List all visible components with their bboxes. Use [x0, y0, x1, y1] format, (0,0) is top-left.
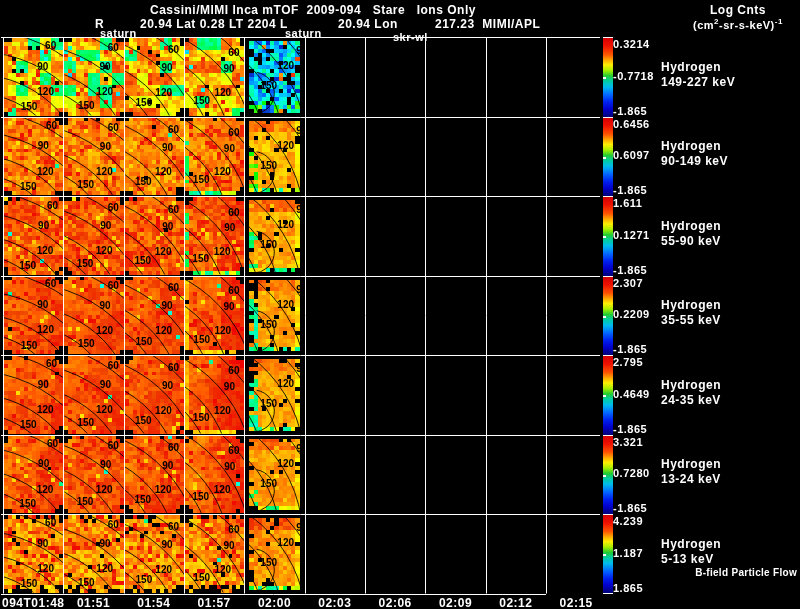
energy-label: 55-90 keV	[661, 234, 721, 248]
energy-label: 13-24 keV	[661, 472, 721, 486]
event-marker-label: saturn	[285, 27, 322, 39]
species-label: Hydrogen	[661, 298, 721, 312]
longitude-label: 20.94 Lon	[338, 17, 398, 31]
energy-label: 35-55 keV	[661, 313, 721, 327]
colorbar-stack	[603, 37, 613, 594]
colorbar-mid-label: 0.6097	[613, 149, 650, 161]
colorbar	[603, 355, 613, 435]
time-tick-label: 02:09	[433, 596, 477, 609]
colorbar-mid-label: 0.7280	[613, 467, 650, 479]
time-tick-label: 02:06	[373, 596, 417, 609]
colorbar-min-label: -1.865	[613, 343, 647, 355]
time-tick-label: 01:57	[192, 596, 236, 609]
time-tick-label: 01:54	[132, 596, 176, 609]
colorbar	[603, 37, 613, 117]
event-marker-label: saturn	[100, 27, 137, 39]
time-tick-label: 02:12	[494, 596, 538, 609]
ra-mimi-label: 217.23 MIMI/APL	[435, 17, 540, 31]
ephemeris-label: 20.94 Lat 0.28 LT 2204 L	[140, 17, 288, 31]
colorbar-mid-label: -0.7718	[613, 70, 654, 82]
colorbar-max-label: 3.321	[613, 436, 643, 448]
bfield-flow-label: B-field Particle Flow	[695, 567, 797, 578]
colorbar-max-label: 0.3214	[613, 38, 650, 50]
time-tick-label: 02:15	[554, 596, 598, 609]
page-title: Cassini/MIMI Inca mTOF 2009-094 Stare Io…	[150, 3, 476, 17]
energy-label: 24-35 keV	[661, 393, 721, 407]
species-label: Hydrogen	[661, 60, 721, 74]
time-tick-label: 02:00	[252, 596, 296, 609]
energy-label: 90-149 keV	[661, 154, 728, 168]
colorbar-mid-label: 0.1271	[613, 229, 650, 241]
colorbar-max-label: 4.239	[613, 515, 643, 527]
time-tick-label: 01:51	[71, 596, 115, 609]
species-label: Hydrogen	[661, 219, 721, 233]
colorbar-max-label: 1.611	[613, 197, 642, 209]
colorbar-min-label: 1.865	[613, 582, 643, 594]
colorbar-max-label: 2.307	[613, 277, 643, 289]
energy-label: 149-227 keV	[661, 75, 735, 89]
colorbar-min-label: -1.865	[613, 105, 647, 117]
colorbar-mid-label: 1.187	[613, 547, 643, 559]
colorbar-min-label: -1.865	[613, 502, 647, 514]
event-marker-label: skr-wl	[393, 31, 428, 43]
colorbar-max-label: 0.6456	[613, 118, 650, 130]
species-label: Hydrogen	[661, 457, 721, 471]
colorbar-mid-label: 0.4649	[613, 388, 650, 400]
colorbar	[603, 276, 613, 356]
time-tick-label: 094T01:48	[2, 596, 65, 609]
colorbar-min-label: -1.865	[613, 264, 647, 276]
species-label: Hydrogen	[661, 537, 721, 551]
colorbar	[603, 196, 613, 276]
colorbar-units: (cm2-sr-s-keV)-1	[693, 17, 783, 31]
colorbar-min-label: -1.865	[613, 423, 647, 435]
colorbar	[603, 514, 613, 594]
species-label: Hydrogen	[661, 378, 721, 392]
energy-label: 5-13 keV	[661, 552, 714, 566]
colorbar-max-label: 2.795	[613, 356, 643, 368]
colorbar-mid-label: 0.2209	[613, 308, 650, 320]
time-tick-label: 02:03	[313, 596, 357, 609]
species-label: Hydrogen	[661, 139, 721, 153]
colorbar	[603, 435, 613, 515]
colorbar-units-title: Log Cnts	[710, 3, 766, 17]
colorbar	[603, 117, 613, 197]
colorbar-min-label: -1.865	[613, 184, 647, 196]
